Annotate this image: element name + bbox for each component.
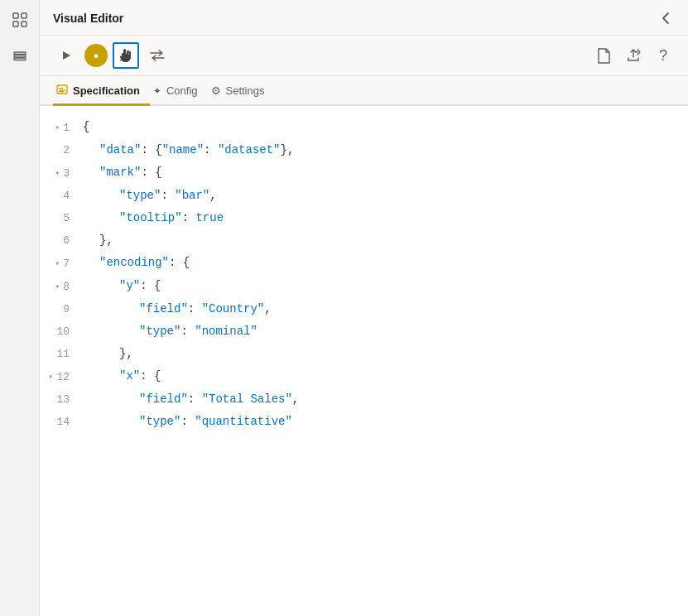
code-content-1: { xyxy=(79,116,688,137)
panel-header: Visual Editor xyxy=(40,0,688,36)
new-file-button[interactable] xyxy=(592,44,615,67)
code-editor[interactable]: ▾ 1 { 2 "data": {"name": "dataset"}, ▾ 3 xyxy=(40,106,688,616)
line-num-5: 5 xyxy=(40,208,79,229)
play-button[interactable] xyxy=(53,42,79,69)
edit-button[interactable] xyxy=(113,42,139,69)
code-line-9: 9 "field": "Country", xyxy=(40,298,688,320)
line-num-6: 6 xyxy=(40,230,79,252)
line-num-7: ▾ 7 xyxy=(40,253,79,275)
app-container: Visual Editor ● xyxy=(0,0,688,616)
svg-rect-5 xyxy=(14,55,26,58)
panel-title: Visual Editor xyxy=(53,12,123,25)
svg-rect-2 xyxy=(13,22,18,26)
fold-arrow-7[interactable]: ▾ xyxy=(55,253,60,275)
code-line-11: 11 }, xyxy=(40,343,688,365)
code-line-2: 2 "data": {"name": "dataset"}, xyxy=(40,139,688,161)
fold-arrow-12[interactable]: ▾ xyxy=(48,367,53,388)
svg-rect-3 xyxy=(22,22,26,26)
config-tab-icon: ✦ xyxy=(153,85,161,97)
tab-settings[interactable]: ⚙ Settings xyxy=(208,76,275,106)
code-line-8: ▾ 8 "y": { xyxy=(40,275,688,298)
close-button[interactable] xyxy=(655,8,675,28)
line-num-9: 9 xyxy=(40,299,79,320)
code-content-8: "y": { xyxy=(79,275,688,296)
fold-arrow-1[interactable]: ▾ xyxy=(55,118,60,139)
code-line-7: ▾ 7 "encoding": { xyxy=(40,252,688,275)
line-num-12: ▾ 12 xyxy=(40,367,79,388)
tab-config[interactable]: ✦ Config xyxy=(150,76,208,106)
svg-rect-9 xyxy=(59,88,63,89)
code-content-10: "type": "nominal" xyxy=(79,320,688,342)
code-content-5: "tooltip": true xyxy=(79,207,688,229)
line-num-10: 10 xyxy=(40,321,79,343)
svg-rect-4 xyxy=(14,52,26,55)
fold-arrow-8[interactable]: ▾ xyxy=(55,277,60,298)
tab-config-label: Config xyxy=(166,84,198,97)
svg-rect-11 xyxy=(59,91,64,92)
main-panel: Visual Editor ● xyxy=(40,0,688,616)
tab-specification-label: Specification xyxy=(73,84,140,97)
toolbar: ● xyxy=(40,36,688,76)
sidebar-icon-layers[interactable] xyxy=(7,43,33,70)
tab-specification[interactable]: Specification xyxy=(53,76,150,106)
svg-rect-0 xyxy=(13,13,18,18)
line-num-4: 4 xyxy=(40,185,79,207)
line-num-14: 14 xyxy=(40,411,79,433)
line-num-1: ▾ 1 xyxy=(40,118,79,139)
export-button[interactable] xyxy=(622,44,645,67)
code-content-12: "x": { xyxy=(79,365,688,387)
code-content-13: "field": "Total Sales", xyxy=(79,388,688,410)
code-content-2: "data": {"name": "dataset"}, xyxy=(79,139,688,161)
sidebar-icon-grid[interactable] xyxy=(7,7,33,33)
code-line-14: 14 "type": "quantitative" xyxy=(40,411,688,433)
code-content-11: }, xyxy=(79,343,688,364)
swap-button[interactable] xyxy=(144,42,171,69)
help-button[interactable]: ? xyxy=(652,44,675,67)
line-num-3: ▾ 3 xyxy=(40,163,79,185)
line-num-2: 2 xyxy=(40,140,79,161)
fold-arrow-3[interactable]: ▾ xyxy=(55,163,60,185)
code-line-13: 13 "field": "Total Sales", xyxy=(40,388,688,411)
svg-rect-6 xyxy=(14,58,26,60)
code-content-9: "field": "Country", xyxy=(79,298,688,320)
toolbar-right: ? xyxy=(592,44,675,67)
svg-marker-7 xyxy=(63,51,70,60)
code-content-3: "mark": { xyxy=(79,161,688,183)
code-line-12: ▾ 12 "x": { xyxy=(40,365,688,388)
code-line-10: 10 "type": "nominal" xyxy=(40,320,688,343)
stop-button[interactable]: ● xyxy=(84,44,108,67)
code-line-4: 4 "type": "bar", xyxy=(40,185,688,207)
line-num-8: ▾ 8 xyxy=(40,277,79,298)
code-content-4: "type": "bar", xyxy=(79,185,688,206)
svg-rect-10 xyxy=(59,90,65,91)
tabs: Specification ✦ Config ⚙ Settings xyxy=(40,76,688,106)
line-num-13: 13 xyxy=(40,389,79,411)
svg-rect-1 xyxy=(22,13,26,18)
line-num-11: 11 xyxy=(40,344,79,365)
settings-tab-icon: ⚙ xyxy=(211,84,221,97)
specification-tab-icon xyxy=(56,84,68,97)
code-line-3: ▾ 3 "mark": { xyxy=(40,161,688,185)
svg-rect-8 xyxy=(57,85,67,94)
left-sidebar xyxy=(0,0,40,616)
code-content-14: "type": "quantitative" xyxy=(79,411,688,432)
code-line-5: 5 "tooltip": true xyxy=(40,207,688,229)
code-content-7: "encoding": { xyxy=(79,252,688,273)
tab-settings-label: Settings xyxy=(226,84,265,97)
code-line-1: ▾ 1 { xyxy=(40,116,688,139)
code-content-6: }, xyxy=(79,229,688,251)
code-line-6: 6 }, xyxy=(40,229,688,252)
